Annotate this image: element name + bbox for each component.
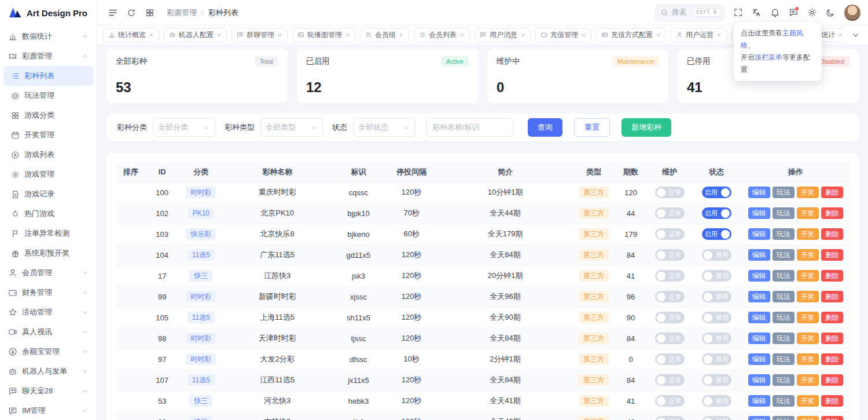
status-switch[interactable]: 禁用 — [702, 291, 731, 302]
edit-button[interactable]: 编辑 — [748, 312, 770, 323]
maintain-switch[interactable]: 正常 — [655, 228, 685, 240]
edit-button[interactable]: 编辑 — [748, 249, 770, 261]
tab-member-list[interactable]: 会员列表 — [414, 28, 470, 42]
delete-button[interactable]: 删除 — [821, 312, 843, 323]
delete-button[interactable]: 删除 — [821, 207, 843, 219]
drag-handle[interactable] — [127, 271, 135, 279]
draw-button[interactable]: 开奖 — [797, 374, 819, 386]
maintain-switch[interactable]: 正常 — [655, 207, 685, 219]
tab-close-button[interactable] — [399, 32, 404, 38]
refresh-button[interactable] — [123, 4, 140, 21]
drag-handle[interactable] — [127, 396, 135, 404]
tab-user-message[interactable]: 用户消息 — [475, 28, 531, 42]
sidebar-subitem-game-manage[interactable]: 游戏管理 — [3, 165, 93, 184]
add-lottery-button[interactable]: 新增彩种 — [621, 118, 671, 137]
tab-close-button[interactable] — [216, 32, 222, 38]
sidebar-subitem-game-list[interactable]: 游戏列表 — [3, 145, 93, 165]
drag-handle[interactable] — [127, 334, 135, 342]
status-switch[interactable]: 禁用 — [702, 416, 731, 420]
status-switch[interactable]: 禁用 — [702, 249, 731, 261]
dark-mode-button[interactable] — [822, 4, 839, 21]
drag-handle[interactable] — [127, 209, 135, 217]
draw-button[interactable]: 开奖 — [797, 416, 819, 420]
sidebar-item-live-video[interactable]: 真人视讯 — [3, 322, 93, 342]
maintain-switch[interactable]: 正常 — [655, 291, 685, 302]
draw-button[interactable]: 开奖 — [797, 270, 819, 282]
tab-close-button[interactable] — [656, 32, 661, 38]
sidebar-subitem-bet-anomaly-check[interactable]: 注单异常检测 — [3, 224, 93, 243]
sidebar-subitem-draw-manage[interactable]: 开奖管理 — [3, 125, 93, 145]
delete-button[interactable]: 删除 — [821, 249, 843, 261]
sidebar-item-member-manage[interactable]: 会员管理 — [3, 263, 93, 283]
maintain-switch[interactable]: 正常 — [655, 395, 685, 407]
maintain-switch[interactable]: 正常 — [655, 333, 685, 344]
sidebar-subitem-play-manage[interactable]: 玩法管理 — [3, 86, 93, 105]
filter-keyword-input[interactable]: 彩种名称/标识 — [426, 118, 514, 137]
status-switch[interactable]: 禁用 — [702, 395, 731, 407]
play-button[interactable]: 玩法 — [773, 270, 795, 282]
status-switch[interactable]: 启用 — [702, 207, 731, 219]
filter-type-select[interactable]: 全部类型 — [260, 118, 323, 137]
play-button[interactable]: 玩法 — [773, 291, 795, 302]
sidebar-item-yuebao-manage[interactable]: 余额宝管理 — [3, 342, 93, 361]
draw-button[interactable]: 开奖 — [797, 187, 819, 198]
play-button[interactable]: 玩法 — [773, 333, 795, 344]
filter-category-select[interactable]: 全部分类 — [153, 118, 215, 137]
delete-button[interactable]: 删除 — [821, 228, 843, 240]
draw-button[interactable]: 开奖 — [797, 333, 819, 344]
status-switch[interactable]: 启用 — [702, 187, 731, 198]
sidebar-item-im-manage[interactable]: IM管理 — [3, 401, 93, 420]
edit-button[interactable]: 编辑 — [748, 187, 770, 198]
play-button[interactable]: 玩法 — [773, 374, 795, 386]
maintain-switch[interactable]: 正常 — [655, 249, 685, 261]
edit-button[interactable]: 编辑 — [748, 207, 770, 219]
tab-carousel-manage[interactable]: 轮播图管理 — [292, 28, 355, 42]
sidebar-subitem-game-records[interactable]: 游戏记录 — [3, 184, 93, 204]
delete-button[interactable]: 删除 — [821, 270, 843, 282]
sidebar-item-lottery-manage[interactable]: 彩票管理 — [3, 46, 93, 66]
draw-button[interactable]: 开奖 — [797, 312, 819, 323]
edit-button[interactable]: 编辑 — [748, 270, 770, 282]
drag-handle[interactable] — [127, 250, 135, 258]
play-button[interactable]: 玩法 — [773, 312, 795, 323]
messages-button[interactable] — [785, 4, 802, 21]
play-button[interactable]: 玩法 — [773, 207, 795, 219]
drag-handle[interactable] — [127, 188, 135, 196]
draw-button[interactable]: 开奖 — [797, 207, 819, 219]
tab-close-button[interactable] — [459, 32, 465, 38]
delete-button[interactable]: 删除 — [821, 374, 843, 386]
edit-button[interactable]: 编辑 — [748, 416, 770, 420]
tab-member-group[interactable]: 会员组 — [360, 28, 409, 42]
maintain-switch[interactable]: 正常 — [655, 270, 685, 282]
tab-recharge-method-config[interactable]: 充值方式配置 — [596, 28, 666, 42]
status-switch[interactable]: 启用 — [702, 228, 731, 240]
tab-close-button[interactable] — [520, 32, 525, 38]
tab-close-button[interactable] — [838, 32, 843, 38]
maintain-switch[interactable]: 正常 — [655, 353, 685, 365]
edit-button[interactable]: 编辑 — [748, 333, 770, 344]
collapse-menu-button[interactable] — [104, 4, 122, 21]
sidebar-item-chatroom-28[interactable]: 聊天室28 — [3, 381, 93, 401]
drag-handle[interactable] — [127, 229, 135, 238]
status-switch[interactable]: 禁用 — [702, 312, 731, 323]
maintain-switch[interactable]: 正常 — [655, 187, 685, 198]
play-button[interactable]: 玩法 — [773, 228, 795, 240]
draw-button[interactable]: 开奖 — [797, 291, 819, 302]
draw-button[interactable]: 开奖 — [797, 228, 819, 240]
breadcrumb-parent[interactable]: 彩票管理 — [167, 8, 197, 18]
status-switch[interactable]: 禁用 — [702, 270, 731, 282]
drag-handle[interactable] — [127, 375, 135, 384]
logo[interactable]: Art Design Pro — [0, 0, 97, 25]
edit-button[interactable]: 编辑 — [748, 395, 770, 407]
sidebar-item-finance-manage[interactable]: 财务管理 — [3, 283, 93, 302]
delete-button[interactable]: 删除 — [821, 333, 843, 344]
play-button[interactable]: 玩法 — [773, 353, 795, 365]
sidebar-subitem-hot-games[interactable]: 热门游戏 — [3, 204, 93, 224]
tab-close-button[interactable] — [149, 32, 154, 38]
filter-status-select[interactable]: 全部状态 — [353, 118, 415, 137]
drag-handle[interactable] — [127, 355, 135, 363]
tabs-more-button[interactable] — [848, 28, 862, 42]
tab-group-chat-manage[interactable]: 群聊管理 — [231, 28, 288, 42]
sidebar-subitem-game-category[interactable]: 游戏分类 — [3, 105, 93, 125]
fullscreen-button[interactable] — [729, 4, 746, 21]
